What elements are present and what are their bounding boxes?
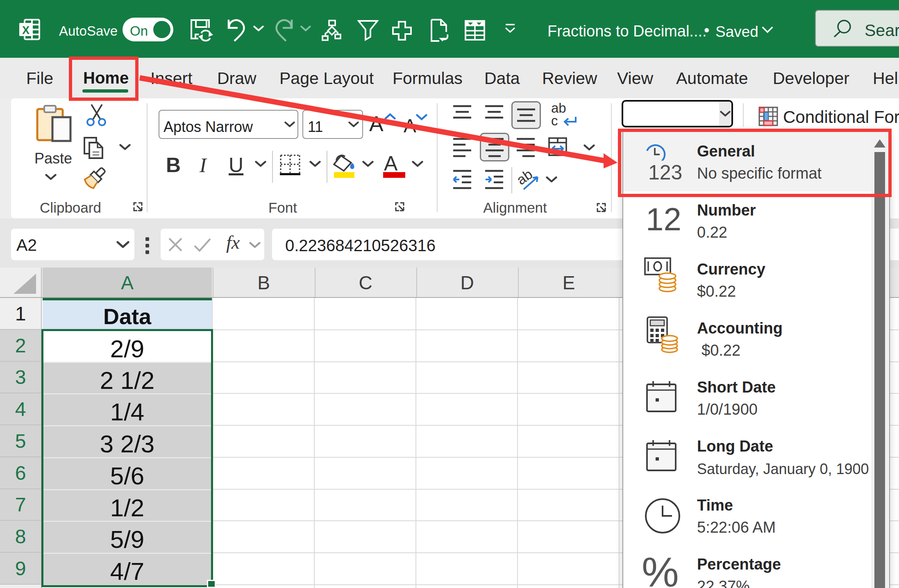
svg-text:X: X <box>22 24 30 36</box>
svg-text:ab: ab <box>518 168 535 188</box>
